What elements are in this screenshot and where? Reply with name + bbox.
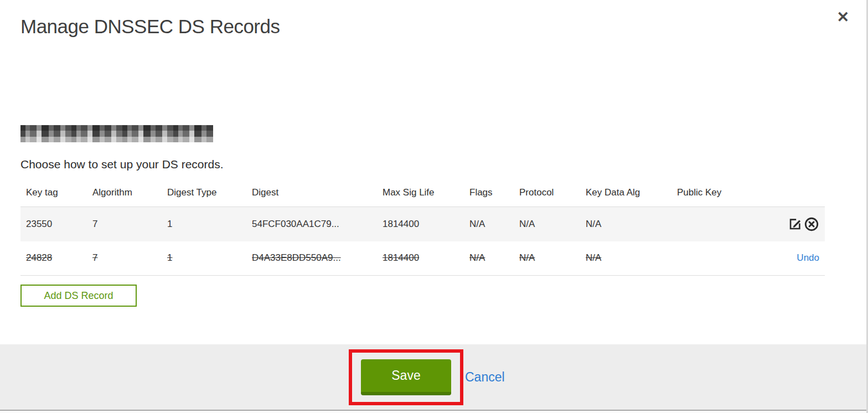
table-row: 23550 7 1 54FCF030AA1C79... 1814400 N/A …	[20, 206, 825, 241]
col-header-key-tag: Key tag	[20, 183, 87, 206]
delete-icon	[804, 225, 819, 234]
cell-flags: N/A	[464, 206, 514, 241]
edit-icon	[788, 225, 803, 233]
cell-key-tag: 23550	[20, 206, 87, 241]
add-ds-record-button[interactable]: Add DS Record	[20, 285, 137, 307]
cell-algorithm: 7	[87, 206, 162, 241]
ds-records-table: Key tag Algorithm Digest Type Digest Max…	[20, 183, 825, 276]
delete-record-button[interactable]	[804, 216, 819, 232]
col-header-algorithm: Algorithm	[87, 183, 162, 206]
cell-algorithm: 7	[87, 241, 162, 275]
modal-body: Manage DNSSEC DS Records ✕ Choose how to…	[0, 0, 868, 344]
col-header-public-key: Public Key	[671, 183, 764, 206]
row-actions	[764, 206, 825, 241]
save-button[interactable]: Save	[361, 359, 451, 395]
cell-digest: D4A33E8DD550A9...	[246, 241, 377, 275]
dnssec-modal: Manage DNSSEC DS Records ✕ Choose how to…	[0, 0, 868, 413]
col-header-max-sig-life: Max Sig Life	[377, 183, 464, 206]
cell-max-sig-life: 1814400	[377, 206, 464, 241]
cell-digest-type: 1	[162, 241, 246, 275]
cell-key-data-alg: N/A	[580, 241, 671, 275]
col-header-digest: Digest	[246, 183, 377, 206]
edit-record-button[interactable]	[788, 216, 803, 231]
row-actions: Undo	[764, 241, 825, 275]
cell-flags: N/A	[464, 241, 514, 275]
cell-key-data-alg: N/A	[580, 206, 671, 241]
undo-link[interactable]: Undo	[797, 252, 819, 263]
close-icon[interactable]: ✕	[836, 10, 849, 25]
col-header-actions	[764, 183, 825, 206]
cell-public-key	[671, 206, 764, 241]
table-header-row: Key tag Algorithm Digest Type Digest Max…	[20, 183, 825, 206]
col-header-key-data-alg: Key Data Alg	[580, 183, 671, 206]
cell-protocol: N/A	[514, 241, 580, 275]
col-header-protocol: Protocol	[514, 183, 580, 206]
page-title: Manage DNSSEC DS Records	[20, 16, 280, 38]
window-bottom-edge	[0, 410, 868, 413]
cancel-link[interactable]: Cancel	[465, 370, 505, 385]
domain-name-redacted	[20, 125, 213, 142]
instruction-text: Choose how to set up your DS records.	[20, 158, 224, 171]
modal-footer: Save Cancel	[0, 344, 868, 410]
cell-protocol: N/A	[514, 206, 580, 241]
cell-public-key	[671, 241, 764, 275]
col-header-flags: Flags	[464, 183, 514, 206]
cell-digest: 54FCF030AA1C79...	[246, 206, 377, 241]
annotation-highlight-box: Save	[349, 349, 463, 405]
cell-key-tag: 24828	[20, 241, 87, 275]
table-row-deleted: 24828 7 1 D4A33E8DD550A9... 1814400 N/A …	[20, 241, 825, 275]
cell-digest-type: 1	[162, 206, 246, 241]
cell-max-sig-life: 1814400	[377, 241, 464, 275]
col-header-digest-type: Digest Type	[162, 183, 246, 206]
